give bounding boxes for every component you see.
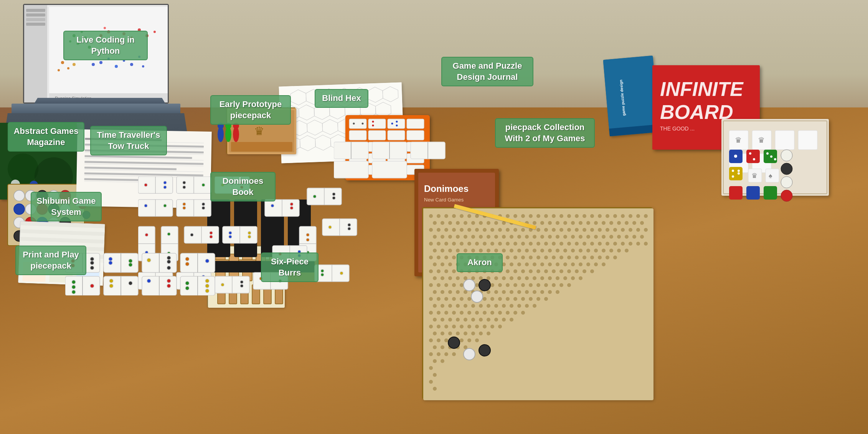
svg-point-666	[441, 332, 444, 335]
svg-point-606	[467, 297, 471, 301]
svg-point-685	[429, 352, 433, 356]
svg-point-499	[613, 256, 617, 259]
svg-point-404	[525, 235, 529, 239]
svg-point-474	[625, 249, 629, 252]
svg-rect-98	[603, 56, 660, 137]
svg-point-370	[483, 228, 487, 232]
svg-rect-4	[26, 18, 45, 21]
svg-point-651	[487, 318, 490, 322]
svg-point-422	[444, 242, 448, 246]
svg-point-449	[433, 249, 437, 252]
svg-point-604	[452, 297, 456, 301]
svg-point-636	[467, 311, 471, 315]
svg-point-13	[104, 27, 106, 29]
svg-point-511	[517, 262, 521, 266]
svg-point-680	[433, 345, 437, 349]
svg-point-250	[72, 280, 76, 284]
svg-point-700	[479, 345, 490, 356]
svg-point-649	[471, 318, 475, 322]
svg-point-206	[328, 226, 332, 229]
svg-point-669	[464, 332, 467, 335]
svg-point-495	[583, 256, 586, 259]
svg-point-142	[144, 204, 147, 207]
svg-point-644	[433, 318, 437, 322]
svg-point-453	[464, 249, 467, 252]
svg-point-375	[521, 228, 525, 232]
svg-point-657	[444, 325, 448, 328]
svg-point-320	[536, 214, 540, 218]
svg-point-579	[536, 283, 540, 287]
svg-point-198	[332, 196, 335, 200]
svg-point-679	[475, 338, 479, 342]
svg-point-391	[644, 228, 648, 232]
svg-point-735	[749, 152, 751, 155]
svg-point-410	[571, 235, 575, 239]
svg-point-494	[575, 256, 579, 259]
svg-point-239	[147, 258, 151, 262]
svg-point-134	[202, 183, 205, 186]
svg-point-424	[460, 242, 464, 246]
game-puzzle-design-journal: game puzzle design	[603, 56, 660, 137]
svg-point-337	[448, 221, 452, 225]
svg-point-561	[556, 276, 559, 280]
svg-point-202	[306, 238, 309, 241]
svg-point-96	[396, 121, 398, 123]
svg-point-660	[467, 325, 471, 328]
svg-point-438	[567, 242, 571, 246]
svg-point-516	[556, 262, 559, 266]
svg-point-32	[67, 67, 69, 69]
svg-point-664	[498, 325, 502, 328]
svg-point-382	[575, 228, 579, 232]
svg-point-568	[452, 283, 456, 287]
svg-point-461	[525, 249, 529, 252]
svg-point-583	[567, 283, 571, 287]
svg-point-670	[471, 332, 475, 335]
svg-point-739	[770, 155, 772, 158]
svg-point-332	[629, 214, 632, 218]
svg-point-353	[571, 221, 575, 225]
svg-point-19	[115, 65, 118, 68]
svg-point-252	[72, 290, 76, 294]
svg-point-207	[348, 223, 351, 226]
svg-point-428	[490, 242, 494, 246]
svg-point-593	[502, 290, 506, 294]
svg-point-560	[548, 276, 552, 280]
svg-point-394	[448, 235, 452, 239]
svg-point-698	[448, 337, 460, 348]
svg-point-539	[552, 269, 556, 273]
svg-point-251	[72, 285, 76, 289]
svg-point-149	[202, 206, 205, 210]
svg-point-662	[483, 325, 487, 328]
svg-point-576	[513, 283, 517, 287]
svg-point-193	[290, 206, 293, 210]
svg-point-253	[90, 284, 94, 288]
svg-text:♛: ♛	[758, 136, 765, 144]
svg-point-736	[753, 158, 755, 160]
svg-point-559	[540, 276, 544, 280]
svg-point-584	[433, 290, 437, 294]
svg-point-600	[556, 290, 559, 294]
label-blind-hex: Blind Hex	[315, 89, 368, 108]
svg-point-269	[205, 284, 209, 288]
svg-point-401	[502, 235, 506, 239]
svg-point-490	[544, 256, 548, 259]
svg-point-165	[229, 231, 232, 234]
label-time-traveller: Time Traveller's Tow Truck	[90, 126, 167, 155]
svg-point-630	[533, 304, 536, 308]
svg-point-546	[441, 276, 444, 280]
svg-point-624	[487, 304, 490, 308]
svg-point-616	[544, 297, 548, 301]
svg-point-631	[429, 311, 433, 315]
svg-point-465	[556, 249, 559, 252]
svg-point-622	[471, 304, 475, 308]
svg-rect-3	[26, 13, 45, 17]
svg-point-354	[579, 221, 583, 225]
svg-point-361	[632, 221, 636, 225]
svg-point-510	[510, 262, 513, 266]
svg-point-574	[498, 283, 502, 287]
svg-point-641	[506, 311, 510, 315]
svg-point-268	[205, 279, 209, 283]
svg-point-501	[441, 262, 444, 266]
svg-point-668	[456, 332, 460, 335]
svg-point-626	[502, 304, 506, 308]
